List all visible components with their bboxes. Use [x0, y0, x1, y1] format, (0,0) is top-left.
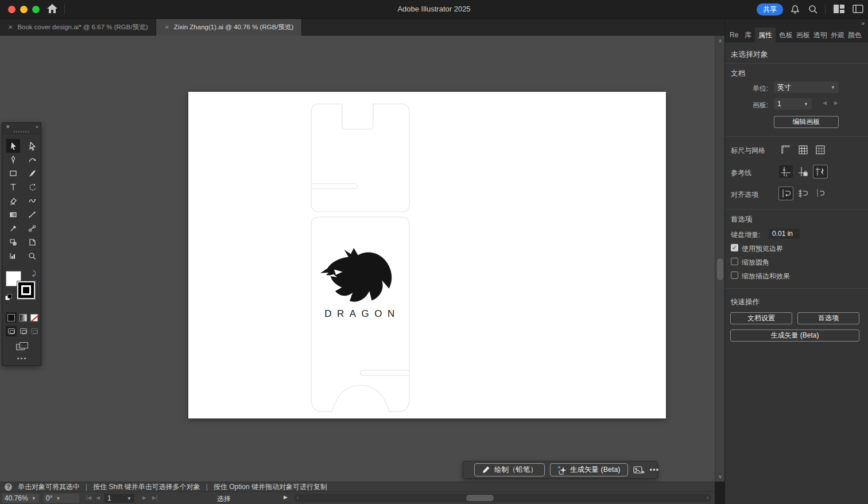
- zoom-tool[interactable]: [25, 249, 39, 263]
- lock-guides-icon[interactable]: [796, 165, 810, 178]
- vertical-scrollbar[interactable]: ∧ ∨: [715, 36, 724, 482]
- graph-tool[interactable]: [6, 249, 20, 263]
- symbol-sprayer-tool[interactable]: [6, 235, 20, 249]
- help-icon[interactable]: ?: [5, 483, 12, 491]
- status-flyout-icon[interactable]: ▶: [284, 494, 288, 500]
- direct-selection-tool[interactable]: [25, 139, 39, 153]
- scroll-up-icon[interactable]: ∧: [715, 38, 724, 44]
- gradient-tool[interactable]: [6, 208, 20, 222]
- unit-dropdown[interactable]: 英寸 ▼: [774, 82, 839, 93]
- screen-mode-button[interactable]: [16, 342, 29, 351]
- scale-strokes-effects-checkbox[interactable]: [731, 272, 738, 279]
- draw-pencil-label: 绘制（铅笔）: [494, 465, 537, 475]
- first-artboard-button[interactable]: |◀: [86, 495, 91, 501]
- close-tab-icon[interactable]: ✕: [164, 24, 169, 30]
- hint-text: 按住 Shift 键并单击可选择多个对象: [93, 482, 200, 492]
- scale-corners-checkbox[interactable]: [731, 258, 738, 265]
- prev-artboard-button[interactable]: ◀: [96, 495, 100, 501]
- taskbar-more-button[interactable]: •••: [650, 466, 660, 474]
- artboard-1[interactable]: DRAGON: [188, 92, 666, 418]
- zoom-level-dropdown[interactable]: 40.76% ▼: [2, 494, 39, 503]
- collapse-icon[interactable]: «: [36, 124, 37, 130]
- panel-tab-swatches[interactable]: 色板: [776, 28, 793, 42]
- tab-book-cover-design[interactable]: ✕ Book cover design.ai* @ 6.67 % (RGB/预览…: [0, 19, 156, 36]
- selection-tool[interactable]: [6, 139, 20, 153]
- swap-fill-stroke-icon[interactable]: ⤸: [32, 270, 36, 277]
- next-artboard-button[interactable]: ▶: [142, 495, 146, 501]
- panel-tab-properties[interactable]: 属性: [755, 28, 776, 42]
- shaper-tool[interactable]: [25, 194, 39, 208]
- keyboard-increment-input[interactable]: 0.01 in: [769, 228, 800, 239]
- stroke-swatch[interactable]: [17, 281, 35, 299]
- show-guides-icon[interactable]: [779, 165, 793, 178]
- smart-guides-icon[interactable]: [813, 165, 827, 178]
- generate-vector-quick-button[interactable]: 生成矢量 (Beta): [730, 329, 859, 342]
- none-button[interactable]: [29, 312, 40, 323]
- edit-artboard-button[interactable]: 编辑画板: [774, 116, 839, 128]
- add-image-icon[interactable]: [633, 466, 645, 474]
- drag-grip[interactable]: [14, 131, 30, 133]
- pen-tool[interactable]: [6, 153, 20, 166]
- artboard-value: 1: [777, 100, 781, 108]
- scroll-right-icon[interactable]: ›: [707, 495, 708, 501]
- artboard-tool[interactable]: [25, 235, 39, 249]
- panel-tab-re[interactable]: Re: [726, 28, 741, 42]
- preferences-button[interactable]: 首选项: [797, 312, 859, 324]
- rotate-tool[interactable]: [25, 180, 39, 194]
- eraser-tool[interactable]: [6, 194, 20, 208]
- next-artboard-icon[interactable]: ▶: [834, 100, 838, 106]
- search-icon[interactable]: [808, 4, 818, 17]
- blend-tool[interactable]: [25, 222, 39, 235]
- close-tab-icon[interactable]: ✕: [8, 24, 13, 30]
- panel-tab-color[interactable]: 颜色: [844, 28, 865, 42]
- horizontal-scrollbar-thumb[interactable]: [466, 495, 494, 501]
- share-button[interactable]: 共享: [757, 3, 783, 15]
- draw-normal-button[interactable]: [6, 326, 17, 336]
- more-tools-button[interactable]: •••: [2, 355, 42, 362]
- snap-to-grid-icon[interactable]: [796, 187, 810, 200]
- toolbar-header[interactable]: ✕ «: [2, 123, 41, 134]
- workspace-layout-icon[interactable]: [852, 5, 863, 15]
- snap-pixel-grid-icon[interactable]: [813, 144, 827, 156]
- type-tool[interactable]: [6, 180, 20, 194]
- scroll-left-icon[interactable]: ‹: [297, 495, 299, 501]
- rotation-dropdown[interactable]: 0° ▼: [44, 494, 79, 503]
- snap-to-point-icon[interactable]: [779, 187, 793, 200]
- horizontal-scrollbar[interactable]: ‹ ›: [294, 494, 711, 502]
- prev-artboard-icon[interactable]: ◀: [823, 100, 827, 106]
- paintbrush-tool[interactable]: [25, 166, 39, 180]
- eyedropper-tool[interactable]: [6, 222, 20, 235]
- tab-zixin-zhang[interactable]: ✕ Zixin Zhang(1).ai @ 40.76 % (RGB/预览): [156, 19, 302, 36]
- show-grid-icon[interactable]: [796, 144, 810, 156]
- artboard-dropdown[interactable]: 1 ▼: [774, 98, 812, 110]
- panel-tab-artboards[interactable]: 画板: [793, 28, 810, 42]
- artboard-nav-dropdown[interactable]: 1 ▼: [104, 494, 134, 503]
- generative-sparkle-icon: [557, 466, 566, 474]
- panel-tab-transparency[interactable]: 透明: [810, 28, 827, 42]
- use-preview-bounds-checkbox[interactable]: ✓: [731, 244, 738, 251]
- generate-vector-button[interactable]: 生成矢量 (Beta): [550, 463, 628, 476]
- panel-tab-libraries[interactable]: 库: [741, 28, 755, 42]
- panel-menu-icon[interactable]: »: [861, 20, 864, 26]
- color-button[interactable]: [6, 312, 17, 323]
- document-setup-button[interactable]: 文档设置: [730, 312, 792, 324]
- draw-behind-button[interactable]: [18, 326, 29, 336]
- default-fill-stroke-icon[interactable]: [5, 294, 12, 301]
- rectangle-tool[interactable]: [6, 166, 20, 180]
- notifications-bell-icon[interactable]: [790, 4, 800, 17]
- vertical-scrollbar-thumb[interactable]: [717, 258, 723, 280]
- arrange-documents-icon[interactable]: [834, 5, 844, 15]
- draw-pencil-button[interactable]: 绘制（铅笔）: [474, 463, 545, 476]
- scroll-down-icon[interactable]: ∨: [715, 474, 724, 479]
- draw-inside-button[interactable]: [29, 326, 40, 336]
- last-artboard-button[interactable]: ▶|: [152, 495, 157, 501]
- free-transform-tool[interactable]: [25, 208, 39, 222]
- gradient-button[interactable]: [18, 312, 29, 323]
- show-rulers-icon[interactable]: [779, 144, 793, 156]
- panel-tab-appearance[interactable]: 外观: [827, 28, 844, 42]
- canvas[interactable]: DRAGON ✕ «: [0, 36, 724, 482]
- snap-to-glyph-icon[interactable]: [813, 187, 827, 200]
- close-icon[interactable]: ✕: [6, 124, 10, 130]
- tab-label: Zixin Zhang(1).ai @ 40.76 % (RGB/预览): [174, 23, 294, 32]
- curvature-tool[interactable]: [25, 153, 39, 166]
